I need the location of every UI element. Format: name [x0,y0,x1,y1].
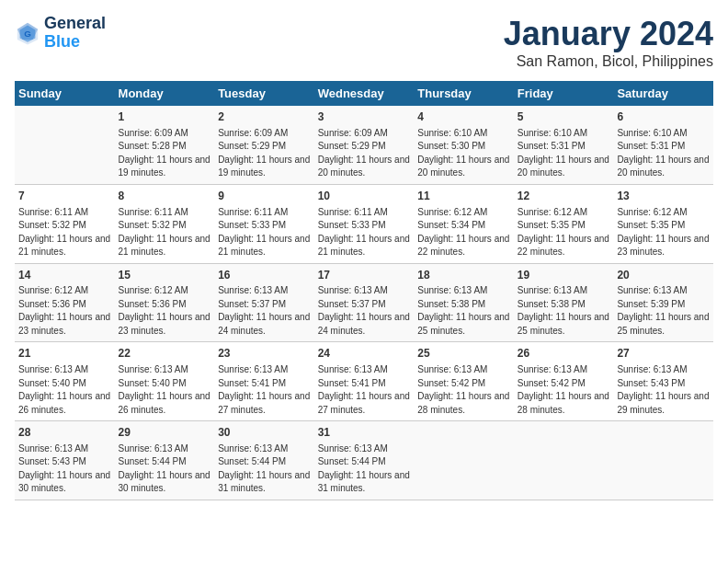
cell-info: Sunrise: 6:12 AMSunset: 5:35 PMDaylight:… [518,206,610,259]
day-number: 15 [119,268,211,283]
header-day: Monday [115,81,215,106]
day-cell: 19Sunrise: 6:13 AMSunset: 5:38 PMDayligh… [514,263,614,342]
day-number: 19 [518,268,610,283]
svg-text:G: G [24,29,31,39]
cell-info: Sunrise: 6:13 AMSunset: 5:38 PMDaylight:… [417,284,510,338]
day-cell: 1Sunrise: 6:09 AMSunset: 5:28 PMDaylight… [115,106,215,184]
day-number: 11 [417,189,510,204]
day-number: 23 [218,346,311,362]
day-cell: 6Sunrise: 6:10 AMSunset: 5:31 PMDaylight… [613,106,713,184]
cell-info: Sunrise: 6:13 AMSunset: 5:42 PMDaylight:… [518,363,610,417]
day-number: 10 [318,189,411,204]
cell-info: Sunrise: 6:12 AMSunset: 5:36 PMDaylight:… [119,284,211,338]
cell-info: Sunrise: 6:13 AMSunset: 5:43 PMDaylight:… [617,363,710,417]
day-cell: 8Sunrise: 6:11 AMSunset: 5:32 PMDaylight… [115,184,215,263]
day-cell: 2Sunrise: 6:09 AMSunset: 5:29 PMDaylight… [214,106,314,184]
logo-line2: Blue [44,33,106,52]
title-area: January 2024 San Ramon, Bicol, Philippin… [504,15,713,70]
day-cell: 16Sunrise: 6:13 AMSunset: 5:37 PMDayligh… [214,263,314,342]
day-number: 6 [617,109,710,125]
cell-info: Sunrise: 6:13 AMSunset: 5:37 PMDaylight:… [218,284,311,338]
subtitle: San Ramon, Bicol, Philippines [504,53,713,70]
day-cell: 29Sunrise: 6:13 AMSunset: 5:44 PMDayligh… [115,421,215,500]
day-number: 14 [18,268,111,283]
day-number: 25 [417,346,510,362]
day-number: 30 [218,425,311,441]
cell-info: Sunrise: 6:09 AMSunset: 5:29 PMDaylight:… [218,127,311,180]
day-number: 22 [119,346,211,362]
day-cell: 26Sunrise: 6:13 AMSunset: 5:42 PMDayligh… [514,342,614,421]
header-day: Tuesday [214,81,314,106]
cell-info: Sunrise: 6:10 AMSunset: 5:31 PMDaylight:… [617,127,710,180]
day-cell: 3Sunrise: 6:09 AMSunset: 5:29 PMDaylight… [314,106,415,184]
day-number: 16 [218,268,311,283]
day-cell: 11Sunrise: 6:12 AMSunset: 5:34 PMDayligh… [414,184,514,263]
header-row: SundayMondayTuesdayWednesdayThursdayFrid… [15,81,713,106]
day-number: 13 [617,189,710,204]
header: G General Blue January 2024 San Ramon, B… [15,15,713,70]
day-cell: 27Sunrise: 6:13 AMSunset: 5:43 PMDayligh… [613,342,713,421]
header-day: Sunday [15,81,115,106]
day-number: 5 [518,109,610,125]
day-cell: 12Sunrise: 6:12 AMSunset: 5:35 PMDayligh… [514,184,614,263]
day-number: 9 [218,189,311,204]
day-cell: 23Sunrise: 6:13 AMSunset: 5:41 PMDayligh… [214,342,314,421]
day-number: 12 [518,189,610,204]
day-cell: 30Sunrise: 6:13 AMSunset: 5:44 PMDayligh… [214,421,314,500]
week-row: 28Sunrise: 6:13 AMSunset: 5:43 PMDayligh… [15,421,713,500]
header-day: Thursday [414,81,514,106]
cell-info: Sunrise: 6:12 AMSunset: 5:34 PMDaylight:… [417,206,510,259]
cell-info: Sunrise: 6:13 AMSunset: 5:40 PMDaylight:… [18,363,111,417]
cell-info: Sunrise: 6:11 AMSunset: 5:32 PMDaylight:… [119,206,211,259]
day-number: 28 [18,425,111,441]
day-cell: 24Sunrise: 6:13 AMSunset: 5:41 PMDayligh… [314,342,415,421]
day-cell [414,421,514,500]
day-cell: 28Sunrise: 6:13 AMSunset: 5:43 PMDayligh… [15,421,115,500]
day-cell [613,421,713,500]
day-number: 1 [119,109,211,125]
day-cell [15,106,115,184]
day-cell: 22Sunrise: 6:13 AMSunset: 5:40 PMDayligh… [115,342,215,421]
day-number: 31 [318,425,411,441]
cell-info: Sunrise: 6:13 AMSunset: 5:44 PMDaylight:… [218,442,311,496]
cell-info: Sunrise: 6:13 AMSunset: 5:43 PMDaylight:… [18,442,111,496]
cell-info: Sunrise: 6:13 AMSunset: 5:37 PMDaylight:… [318,284,411,338]
day-number: 18 [417,268,510,283]
day-cell: 4Sunrise: 6:10 AMSunset: 5:30 PMDaylight… [414,106,514,184]
day-number: 27 [617,346,710,362]
day-number: 20 [617,268,710,283]
day-cell: 20Sunrise: 6:13 AMSunset: 5:39 PMDayligh… [613,263,713,342]
cell-info: Sunrise: 6:13 AMSunset: 5:40 PMDaylight:… [119,363,211,417]
main-title: January 2024 [504,15,713,53]
day-cell: 7Sunrise: 6:11 AMSunset: 5:32 PMDaylight… [15,184,115,263]
day-cell: 31Sunrise: 6:13 AMSunset: 5:44 PMDayligh… [314,421,415,500]
logo-line1: General [44,15,106,33]
day-number: 3 [318,109,411,125]
day-cell: 9Sunrise: 6:11 AMSunset: 5:33 PMDaylight… [214,184,314,263]
cell-info: Sunrise: 6:13 AMSunset: 5:42 PMDaylight:… [417,363,510,417]
day-number: 4 [417,109,510,125]
cell-info: Sunrise: 6:10 AMSunset: 5:31 PMDaylight:… [518,127,610,180]
cell-info: Sunrise: 6:13 AMSunset: 5:38 PMDaylight:… [518,284,610,338]
cell-info: Sunrise: 6:12 AMSunset: 5:36 PMDaylight:… [18,284,111,338]
week-row: 14Sunrise: 6:12 AMSunset: 5:36 PMDayligh… [15,263,713,342]
header-day: Friday [514,81,614,106]
cell-info: Sunrise: 6:13 AMSunset: 5:44 PMDaylight:… [119,442,211,496]
cell-info: Sunrise: 6:12 AMSunset: 5:35 PMDaylight:… [617,206,710,259]
day-cell: 15Sunrise: 6:12 AMSunset: 5:36 PMDayligh… [115,263,215,342]
week-row: 21Sunrise: 6:13 AMSunset: 5:40 PMDayligh… [15,342,713,421]
day-number: 7 [18,189,111,204]
cell-info: Sunrise: 6:13 AMSunset: 5:41 PMDaylight:… [218,363,311,417]
day-number: 29 [119,425,211,441]
day-number: 2 [218,109,311,125]
day-cell: 13Sunrise: 6:12 AMSunset: 5:35 PMDayligh… [613,184,713,263]
logo-text: General Blue [44,15,106,52]
logo-icon: G [15,20,40,46]
day-number: 8 [119,189,211,204]
logo: G General Blue [15,15,106,52]
cell-info: Sunrise: 6:09 AMSunset: 5:28 PMDaylight:… [119,127,211,180]
calendar-table: SundayMondayTuesdayWednesdayThursdayFrid… [15,81,713,500]
day-cell: 17Sunrise: 6:13 AMSunset: 5:37 PMDayligh… [314,263,415,342]
day-number: 21 [18,346,111,362]
week-row: 7Sunrise: 6:11 AMSunset: 5:32 PMDaylight… [15,184,713,263]
